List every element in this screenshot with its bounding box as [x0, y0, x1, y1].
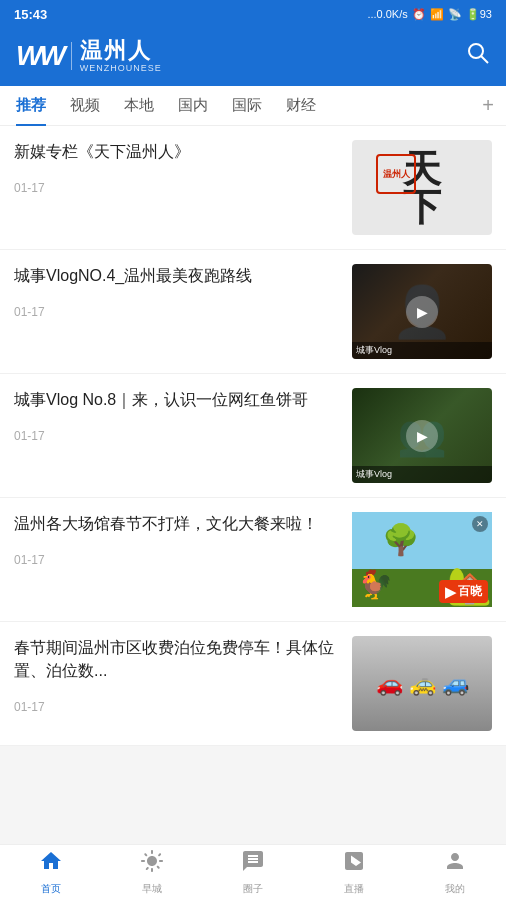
tab-international[interactable]: 国际	[220, 86, 274, 126]
news-item[interactable]: 城事VlogNO.4_温州最美夜跑路线 01-17 👤 ▶ 城事Vlog	[0, 250, 506, 374]
svg-line-1	[481, 56, 488, 63]
nav-quanzi-label: 圈子	[243, 882, 263, 896]
app-header: WW 温州人 WENZHOUNESE	[0, 28, 506, 86]
nav-profile-label: 我的	[445, 882, 465, 896]
news-item[interactable]: 新媒专栏《天下温州人》 01-17 天 下 温州人	[0, 126, 506, 250]
news-title: 春节期间温州市区收费泊位免费停车！具体位置、泊位数...	[14, 636, 342, 682]
nav-live-label: 直播	[344, 882, 364, 896]
tab-domestic[interactable]: 国内	[166, 86, 220, 126]
news-date: 01-17	[14, 553, 342, 567]
nav-home[interactable]: 首页	[0, 845, 101, 900]
car-icon: 🚗	[376, 671, 403, 697]
tab-local[interactable]: 本地	[112, 86, 166, 126]
play-icon: ▶	[406, 420, 438, 452]
news-title: 城事Vlog No.8｜来，认识一位网红鱼饼哥	[14, 388, 342, 411]
bottom-navigation: 首页 早城 圈子 直播 我的	[0, 844, 506, 900]
news-content: 城事VlogNO.4_温州最美夜跑路线 01-17	[14, 264, 342, 319]
news-content: 新媒专栏《天下温州人》 01-17	[14, 140, 342, 195]
news-title: 城事VlogNO.4_温州最美夜跑路线	[14, 264, 342, 287]
tab-recommend[interactable]: 推荐	[4, 86, 58, 126]
logo-divider	[71, 42, 72, 70]
news-content: 温州各大场馆春节不打烊，文化大餐来啦！ 01-17	[14, 512, 342, 567]
news-item[interactable]: 春节期间温州市区收费泊位免费停车！具体位置、泊位数... 01-17 🚗 🚕 🚙	[0, 622, 506, 746]
close-button[interactable]: ✕	[472, 516, 488, 532]
news-date: 01-17	[14, 429, 342, 443]
person-icon	[443, 849, 467, 879]
car-icon: 🚕	[409, 671, 436, 697]
play-square-icon	[342, 849, 366, 879]
search-button[interactable]	[466, 41, 490, 71]
home-icon	[39, 849, 63, 879]
news-content: 城事Vlog No.8｜来，认识一位网红鱼饼哥 01-17	[14, 388, 342, 443]
nav-tabs: 推荐 视频 本地 国内 国际 财经 +	[0, 86, 506, 126]
video-label: 城事Vlog	[352, 466, 492, 483]
tab-finance[interactable]: 财经	[274, 86, 328, 126]
stamp: 温州人	[376, 154, 416, 194]
news-date: 01-17	[14, 700, 342, 714]
news-date: 01-17	[14, 181, 342, 195]
logo: WW 温州人 WENZHOUNESE	[16, 40, 162, 73]
news-date: 01-17	[14, 305, 342, 319]
sunrise-icon	[140, 849, 164, 879]
video-label: 城事Vlog	[352, 342, 492, 359]
battery-icon: 🔋93	[466, 8, 492, 21]
logo-chinese: 温州人	[80, 40, 162, 62]
nav-home-label: 首页	[41, 882, 61, 896]
news-thumbnail: 👤 ▶ 城事Vlog	[352, 264, 492, 359]
logo-ww: WW	[16, 40, 63, 72]
signal-icon: 📶	[430, 8, 444, 21]
status-icons: ...0.0K/s ⏰ 📶 📡 🔋93	[367, 8, 492, 21]
nav-quanzi[interactable]: 圈子	[202, 845, 303, 900]
play-icon: ▶	[406, 296, 438, 328]
news-thumbnail: 🐓 🌳 🏡 ✕ ▶ 百晓	[352, 512, 492, 607]
nav-zaocheng[interactable]: 早城	[101, 845, 202, 900]
play-icon: ▶	[445, 584, 456, 600]
calligraphy-art: 天 下	[352, 140, 492, 235]
network-speed: ...0.0K/s	[367, 8, 407, 20]
news-thumbnail: 天 下 温州人	[352, 140, 492, 235]
news-item[interactable]: 城事Vlog No.8｜来，认识一位网红鱼饼哥 01-17 👥 ▶ 城事Vlog	[0, 374, 506, 498]
chat-icon	[241, 849, 265, 879]
news-thumbnail: 🚗 🚕 🚙	[352, 636, 492, 731]
add-tab-button[interactable]: +	[474, 94, 502, 117]
tab-video[interactable]: 视频	[58, 86, 112, 126]
nav-profile[interactable]: 我的	[405, 845, 506, 900]
car-icon: 🚙	[442, 671, 469, 697]
logo-text: 温州人 WENZHOUNESE	[80, 40, 162, 73]
news-thumbnail: 👥 ▶ 城事Vlog	[352, 388, 492, 483]
status-time: 15:43	[14, 7, 47, 22]
clock-icon: ⏰	[412, 8, 426, 21]
news-content: 春节期间温州市区收费泊位免费停车！具体位置、泊位数... 01-17	[14, 636, 342, 714]
status-bar: 15:43 ...0.0K/s ⏰ 📶 📡 🔋93	[0, 0, 506, 28]
logo-english: WENZHOUNESE	[80, 64, 162, 73]
news-title: 新媒专栏《天下温州人》	[14, 140, 342, 163]
news-title: 温州各大场馆春节不打烊，文化大餐来啦！	[14, 512, 342, 535]
wifi-icon: 📡	[448, 8, 462, 21]
news-item[interactable]: 温州各大场馆春节不打烊，文化大餐来啦！ 01-17 🐓 🌳 🏡 ✕ ▶ 百晓	[0, 498, 506, 622]
news-list: 新媒专栏《天下温州人》 01-17 天 下 温州人 城事VlogNO.4_温州最…	[0, 126, 506, 746]
nav-zaocheng-label: 早城	[142, 882, 162, 896]
nav-live[interactable]: 直播	[304, 845, 405, 900]
baixia-badge: ▶ 百晓	[439, 580, 488, 603]
svg-point-0	[469, 44, 483, 58]
